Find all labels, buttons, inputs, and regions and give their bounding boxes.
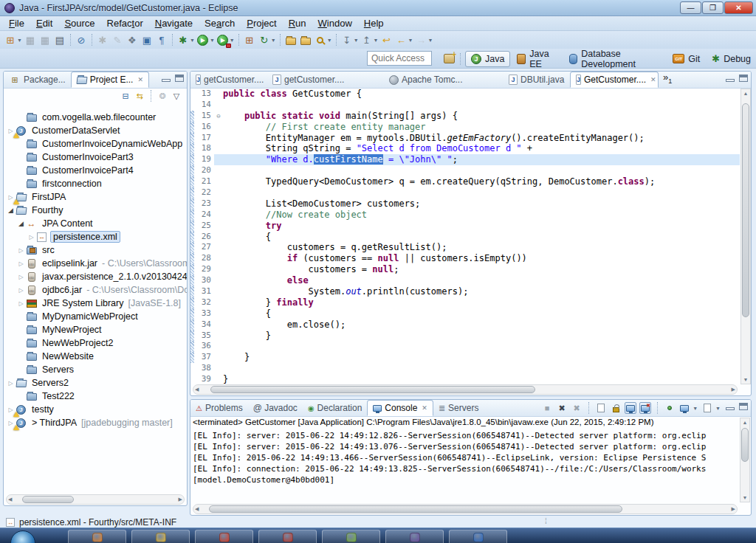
expander-icon[interactable]: ▷	[17, 300, 25, 307]
dropdown-arrow-icon[interactable]: ▼	[230, 38, 235, 43]
scroll-lock-icon[interactable]	[610, 402, 622, 414]
expander-icon[interactable]: ▷	[17, 274, 25, 280]
code-line[interactable]: 25 try	[190, 221, 740, 232]
menu-edit[interactable]: Edit	[30, 16, 58, 30]
editor-tab[interactable]: JDBUtil.java	[504, 72, 570, 88]
dropdown-arrow-icon[interactable]: ▼	[427, 38, 433, 43]
maximize-view-button[interactable]	[739, 75, 748, 82]
view-menu-icon[interactable]: ▽	[171, 91, 182, 101]
menu-search[interactable]: Search	[199, 16, 241, 30]
tree-item[interactable]: CustomerInvoicePart3	[4, 151, 187, 164]
remove-all-terminated-icon[interactable]: ✖	[571, 402, 583, 414]
close-tab-icon[interactable]: ✕	[422, 404, 427, 412]
taskbar-app-3[interactable]	[195, 530, 253, 543]
menu-run[interactable]: Run	[283, 16, 312, 30]
tree-item[interactable]: ▷010ojdbc6.jar- C:\Users\Classroom\Do	[4, 283, 187, 297]
tab-projecte[interactable]: Project E...✕	[71, 72, 149, 88]
maximize-view-button[interactable]	[175, 75, 184, 82]
tree-item[interactable]: ▷JRE System Library[JavaSE-1.8]	[4, 297, 187, 310]
tab-console[interactable]: Console✕	[367, 400, 433, 416]
mark-occurrences-icon[interactable]: ❖	[126, 33, 139, 46]
editor-tab[interactable]: JGetCustomer....✕	[570, 72, 659, 88]
clear-console-icon[interactable]	[595, 402, 607, 414]
code-line[interactable]: 18 String qString = "Select d from DemoC…	[190, 143, 740, 154]
taskbar-app-4[interactable]	[258, 530, 317, 543]
console-horizontal-scrollbar[interactable]: ◀ ▶	[193, 504, 738, 514]
perspective-debug[interactable]: ✱Debug	[707, 51, 756, 66]
minimize-button[interactable]: —	[680, 1, 701, 14]
tree-item[interactable]: ▷↔persistence.xml	[4, 230, 187, 243]
perspective-java[interactable]: JJava	[465, 51, 510, 67]
debug-icon[interactable]: ✱	[176, 33, 190, 46]
perspective-database-development[interactable]: Database Development	[564, 46, 666, 72]
dropdown-arrow-icon[interactable]: ▼	[17, 38, 22, 43]
tree-item[interactable]: ▷010javax.persistence_2.1.0.v2013042412	[4, 270, 187, 283]
tab-package[interactable]: ⊞Package...	[4, 72, 71, 88]
tree-item[interactable]: ▷Servers2	[4, 376, 187, 390]
tree-item[interactable]: com.vogella.web.filecounter	[4, 111, 187, 124]
skip-breakpoints-icon[interactable]: ⊘	[75, 33, 88, 46]
code-line[interactable]: 28 if (customers == null || customers.is…	[190, 253, 740, 264]
scroll-up-arrow[interactable]: ▲	[741, 418, 749, 426]
explorer-horizontal-scrollbar[interactable]: ◀ ▶	[6, 494, 185, 505]
open-perspective-button[interactable]	[444, 52, 455, 66]
code-line[interactable]: 32 } finally	[190, 297, 740, 308]
show-stderr-icon[interactable]	[639, 402, 651, 414]
print-icon[interactable]: ▤	[53, 33, 66, 46]
link-with-editor-icon[interactable]: ⇆	[134, 91, 145, 101]
run-external-tools-icon[interactable]: ▶	[216, 33, 230, 46]
open-console-icon[interactable]	[701, 402, 713, 414]
perspective-git[interactable]: GITGit	[667, 52, 705, 66]
tree-item[interactable]: ▷Jtestty	[4, 403, 187, 416]
dropdown-arrow-icon[interactable]: ▼	[374, 38, 379, 43]
code-line[interactable]: 36	[190, 341, 740, 352]
code-line[interactable]: 23 List<DemoCustomer> customers;	[190, 198, 740, 210]
dropdown-arrow-icon[interactable]: ▼	[693, 406, 698, 411]
open-resource-icon[interactable]	[299, 33, 312, 46]
menu-help[interactable]: Help	[358, 16, 390, 30]
code-line[interactable]: 16 // First create entity manager	[190, 122, 740, 133]
console-vertical-scrollbar[interactable]: ▲ ▼	[740, 418, 750, 502]
scroll-thumb[interactable]	[209, 505, 622, 513]
code-editor[interactable]: 13public class GetCustomer {1415⊖ public…	[190, 89, 740, 384]
scroll-left-arrow[interactable]: ◀	[193, 385, 200, 394]
code-line[interactable]: 24 //Now create object	[190, 210, 740, 221]
tree-item[interactable]: ▷010eclipselink.jar- C:\Users\Classroom	[4, 257, 187, 270]
tree-item[interactable]: Test222	[4, 390, 187, 403]
start-button[interactable]	[10, 530, 35, 543]
expander-icon[interactable]: ◢	[7, 207, 15, 214]
open-type-icon[interactable]	[284, 33, 298, 46]
terminate-icon[interactable]: ■	[541, 402, 553, 414]
quick-access-input[interactable]	[367, 51, 432, 66]
dropdown-arrow-icon[interactable]: ▼	[327, 38, 332, 43]
scroll-right-arrow[interactable]: ▶	[177, 495, 184, 504]
focus-icon[interactable]: ❂	[157, 91, 168, 101]
show-whitespace-icon[interactable]: ¶	[155, 33, 168, 46]
dropdown-arrow-icon[interactable]: ▼	[715, 406, 721, 411]
code-line[interactable]: 21 TypedQuery<DemoCustomer> q = em.creat…	[190, 176, 740, 187]
code-line[interactable]: 15⊖ public static void main(String[] arg…	[190, 111, 740, 122]
code-line[interactable]: 22	[190, 187, 740, 198]
back-icon[interactable]: ←	[395, 33, 408, 46]
run-icon[interactable]: ▶	[196, 33, 210, 46]
code-line[interactable]: 19 "Where d.custFirstName = \"John\" ";	[190, 154, 740, 165]
collapse-all-icon[interactable]: ⊟	[120, 91, 131, 101]
minimize-view-button[interactable]	[726, 407, 735, 410]
expander-icon[interactable]: ▷	[17, 260, 25, 267]
expander-icon[interactable]: ▷	[17, 247, 25, 254]
new-java-project-icon[interactable]: ⊞	[243, 33, 256, 46]
tree-item[interactable]: Servers	[4, 363, 187, 376]
tab-declaration[interactable]: ◉Declaration	[303, 400, 367, 416]
tree-item[interactable]: MyDynamicWebProject	[4, 310, 187, 323]
editor-tab[interactable]: JgetCustomer....	[267, 72, 384, 88]
tab-servers[interactable]: ≣Servers	[433, 400, 484, 416]
tab-problems[interactable]: ⚠Problems	[190, 400, 248, 416]
close-tab-icon[interactable]: ✕	[137, 76, 143, 83]
tree-item[interactable]: MyNewProject	[4, 323, 187, 336]
menu-navigate[interactable]: Navigate	[149, 16, 199, 30]
code-line[interactable]: 33 {	[190, 308, 740, 319]
editor-vertical-scrollbar[interactable]: ▲ ▼	[740, 89, 751, 384]
scroll-left-arrow[interactable]: ◀	[7, 495, 13, 504]
display-console-icon[interactable]	[678, 402, 690, 414]
minimize-view-button[interactable]	[726, 79, 735, 82]
